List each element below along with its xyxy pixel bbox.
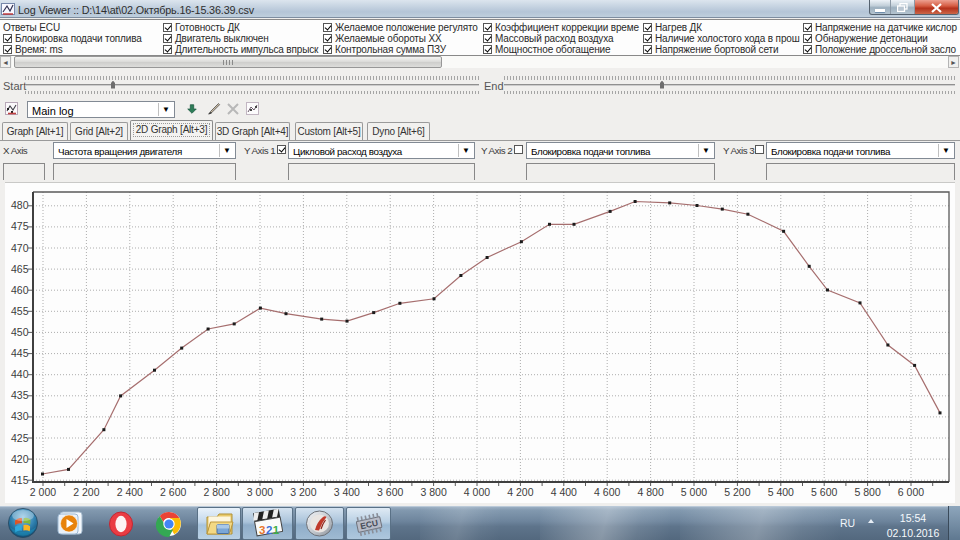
svg-text:321: 321 [259,524,280,536]
svg-text:4 400: 4 400 [551,486,577,498]
svg-text:5 800: 5 800 [854,486,880,498]
svg-text:470: 470 [11,242,29,254]
svg-text:2 800: 2 800 [203,486,229,498]
svg-text:435: 435 [11,389,29,401]
svg-text:475: 475 [11,220,29,232]
svg-text:420: 420 [11,453,29,465]
svg-text:425: 425 [11,432,29,444]
svg-text:6 000: 6 000 [898,486,924,498]
svg-text:5 400: 5 400 [768,486,794,498]
svg-text:4 800: 4 800 [637,486,663,498]
svg-text:445: 445 [11,347,29,359]
svg-text:3 600: 3 600 [377,486,403,498]
svg-text:5 600: 5 600 [811,486,837,498]
svg-text:460: 460 [11,284,29,296]
svg-text:3 800: 3 800 [420,486,446,498]
svg-text:2 000: 2 000 [30,486,56,498]
svg-text:5 200: 5 200 [724,486,750,498]
svg-text:5 000: 5 000 [681,486,707,498]
svg-text:450: 450 [11,326,29,338]
svg-text:4 200: 4 200 [507,486,533,498]
svg-text:2 600: 2 600 [160,486,186,498]
svg-text:3 000: 3 000 [247,486,273,498]
svg-text:480: 480 [11,199,29,211]
svg-text:2 400: 2 400 [117,486,143,498]
svg-text:440: 440 [11,368,29,380]
svg-text:455: 455 [11,305,29,317]
svg-text:4 600: 4 600 [594,486,620,498]
svg-text:465: 465 [11,263,29,275]
svg-text:3 400: 3 400 [334,486,360,498]
svg-text:2 200: 2 200 [73,486,99,498]
svg-text:3 200: 3 200 [290,486,316,498]
svg-text:415: 415 [11,474,29,486]
svg-text:430: 430 [11,410,29,422]
svg-text:4 000: 4 000 [464,486,490,498]
